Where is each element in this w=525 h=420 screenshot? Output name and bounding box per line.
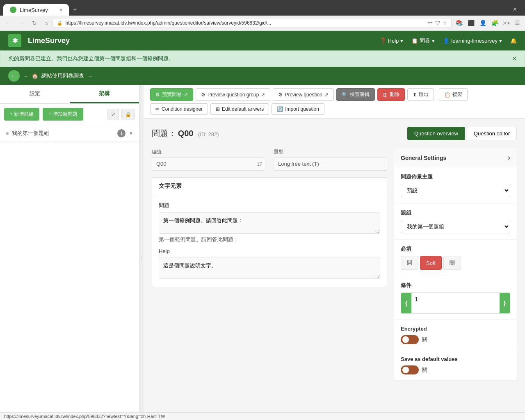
help-button[interactable]: ❓ Help ▾ bbox=[380, 38, 404, 44]
content-toolbar: ⚙ 預覽問卷 ↗ ⚙ Preview question group ↗ ⚙ Pr… bbox=[144, 85, 525, 119]
logic-icon: 🔍 bbox=[342, 92, 348, 98]
help-textarea[interactable] bbox=[159, 258, 380, 279]
type-field-label: 題型 bbox=[274, 148, 387, 155]
code-input[interactable] bbox=[152, 157, 265, 171]
expand-icon-button[interactable]: ⤢ bbox=[107, 109, 119, 120]
app-logo-text: LimeSurvey bbox=[28, 37, 70, 45]
mandatory-off-button[interactable]: 關 bbox=[443, 256, 461, 270]
gear-icon-2: ⚙ bbox=[201, 92, 205, 98]
save-default-toggle[interactable] bbox=[401, 365, 419, 374]
char-count: 17 bbox=[257, 162, 262, 167]
question-text-display: 第一個範例問題。請回答此問題： bbox=[159, 236, 380, 243]
survey-chevron-icon: ▾ bbox=[432, 38, 435, 44]
encrypted-label: Encrypted bbox=[401, 326, 510, 332]
export-icon: ⬆ bbox=[413, 92, 417, 98]
preview-question-group-button[interactable]: ⚙ Preview question group ↗ bbox=[196, 88, 270, 101]
sidebar-icon[interactable]: ⬛ bbox=[466, 18, 476, 28]
browser-tabs: LimeSurvey × + × bbox=[3, 3, 522, 16]
main-layout: 設定 架構 + 新增群組 + 增加新問題 ⤢ 🔒 ≡ 我的第一個題組 1 ▼ ⋮… bbox=[0, 85, 525, 420]
extensions-icon[interactable]: 🧩 bbox=[490, 18, 500, 28]
external-link-icon-3: ↗ bbox=[324, 92, 329, 98]
condition-wrap: { } bbox=[401, 292, 510, 314]
new-group-button[interactable]: + 新增群組 bbox=[4, 108, 39, 121]
settings-expand-icon[interactable]: › bbox=[508, 153, 510, 162]
tab-settings[interactable]: 設定 bbox=[0, 85, 70, 103]
tab-favicon bbox=[10, 7, 16, 13]
question-textarea[interactable] bbox=[159, 212, 380, 234]
user-button[interactable]: 👤 learning-limesurvey ▾ bbox=[443, 38, 502, 44]
library-icon[interactable]: 📚 bbox=[454, 18, 464, 28]
group-expand-icon[interactable]: ▼ bbox=[129, 131, 133, 136]
export-button[interactable]: ⬆ 匯出 bbox=[407, 88, 434, 101]
tab-structure[interactable]: 架構 bbox=[70, 85, 139, 103]
browser-chrome: LimeSurvey × + × bbox=[0, 0, 525, 16]
encrypted-toggle-wrap: 關 bbox=[401, 335, 510, 344]
bookmark-icon: 🛡 bbox=[435, 20, 440, 26]
type-input bbox=[274, 157, 387, 171]
preview-question-button[interactable]: ⚙ Preview question ↗ bbox=[273, 88, 333, 101]
tab-question-editor[interactable]: Question editor bbox=[467, 127, 517, 140]
more-tools-icon[interactable]: >> bbox=[502, 18, 511, 28]
sidebar: 設定 架構 + 新增群組 + 增加新問題 ⤢ 🔒 ≡ 我的第一個題組 1 ▼ bbox=[0, 85, 139, 420]
mandatory-label: 必填 bbox=[401, 245, 510, 253]
copy-icon: 📋 bbox=[444, 92, 450, 98]
text-elements-panel: 文字元素 問題 document.querySelector('[data-na… bbox=[152, 177, 387, 287]
notification-close-button[interactable]: × bbox=[513, 55, 516, 62]
refresh-button[interactable]: ↻ bbox=[30, 18, 39, 28]
add-question-button[interactable]: + 增加新問題 bbox=[43, 108, 83, 121]
close-window-button[interactable]: × bbox=[508, 3, 522, 16]
user-icon: 👤 bbox=[443, 38, 450, 44]
encrypted-toggle[interactable] bbox=[401, 335, 419, 344]
sidebar-toggle-button[interactable]: ← bbox=[8, 70, 20, 82]
survey-button[interactable]: 📋 問卷 ▾ bbox=[411, 37, 435, 44]
panel-body: 問題 document.querySelector('[data-name="q… bbox=[152, 195, 387, 287]
sidebar-actions-right: ⤢ 🔒 bbox=[107, 109, 135, 120]
condition-input[interactable] bbox=[411, 293, 499, 313]
import-question-button[interactable]: 🔄 Import question bbox=[272, 103, 324, 115]
survey-icon: 📋 bbox=[411, 38, 418, 44]
theme-select[interactable]: 預設 bbox=[401, 184, 510, 197]
check-logic-button[interactable]: 🔍 檢查邏輯 bbox=[336, 88, 375, 101]
help-chevron-icon: ▾ bbox=[400, 38, 403, 44]
account-icon[interactable]: 👤 bbox=[478, 18, 488, 28]
tab-question-overview[interactable]: Question overview bbox=[407, 127, 465, 140]
group-setting-label: 題組 bbox=[401, 209, 510, 217]
group-list-icon: ≡ bbox=[6, 130, 9, 136]
mandatory-on-button[interactable]: 開 bbox=[401, 256, 418, 270]
mandatory-section: 必填 開 Soft 關 bbox=[394, 240, 517, 276]
group-select[interactable]: 我的第一個題組 bbox=[401, 220, 510, 233]
sidebar-tabs: 設定 架構 bbox=[0, 85, 139, 104]
notification-bar: 您的新問卷已建立。我們也為您建立個第一個問題組和一個範例問題。 × bbox=[0, 50, 525, 67]
notification-bell-button[interactable]: 🔔 bbox=[510, 38, 517, 44]
mandatory-soft-button[interactable]: Soft bbox=[420, 256, 442, 270]
divider-handle[interactable]: ⋮ bbox=[139, 85, 144, 420]
new-tab-button[interactable]: + bbox=[69, 3, 81, 16]
forward-button[interactable]: → bbox=[16, 18, 27, 28]
home-button[interactable]: ⌂ bbox=[42, 18, 50, 28]
preview-survey-button[interactable]: ⚙ 預覽問卷 ↗ bbox=[150, 88, 193, 101]
group-item[interactable]: ≡ 我的第一個題組 1 ▼ bbox=[0, 125, 139, 142]
breadcrumb-arrow-icon: → bbox=[23, 73, 28, 79]
edit-default-answers-button[interactable]: ⊞ Edit default anwers bbox=[210, 103, 269, 115]
back-button[interactable]: ← bbox=[3, 18, 14, 28]
question-id: (ID: 282) bbox=[198, 131, 219, 137]
breadcrumb-survey-name[interactable]: 網站使用問卷調查 bbox=[41, 72, 84, 80]
status-bar: https://limesurvey.imacat.idv.tw/index.p… bbox=[0, 412, 525, 420]
condition-label: 條件 bbox=[401, 282, 510, 289]
active-tab[interactable]: LimeSurvey × bbox=[3, 4, 69, 16]
menu-icon[interactable]: ☰ bbox=[513, 18, 522, 28]
copy-button[interactable]: 📋 複製 bbox=[439, 88, 468, 101]
save-default-label: Save as default values bbox=[401, 356, 510, 362]
group-section: 題組 我的第一個題組 bbox=[394, 203, 517, 240]
encrypted-slider bbox=[401, 335, 419, 344]
delete-button[interactable]: 🗑 刪除 bbox=[377, 88, 405, 101]
grid-icon: ⊞ bbox=[216, 106, 220, 112]
condition-designer-button[interactable]: ✏ Condition designer bbox=[150, 103, 208, 115]
save-default-section: Save as default values 關 bbox=[394, 350, 517, 381]
encrypted-section: Encrypted 關 bbox=[394, 320, 517, 350]
lock-icon-button[interactable]: 🔒 bbox=[121, 109, 135, 120]
mandatory-toggle-group: 開 Soft 關 bbox=[401, 256, 510, 270]
tab-close-button[interactable]: × bbox=[59, 7, 62, 13]
breadcrumb-bar: ← → 🏠 網站使用問卷調查 → bbox=[0, 67, 525, 85]
address-bar[interactable]: 🔒 https://limesurvey.imacat.idv.tw/index… bbox=[52, 18, 451, 28]
